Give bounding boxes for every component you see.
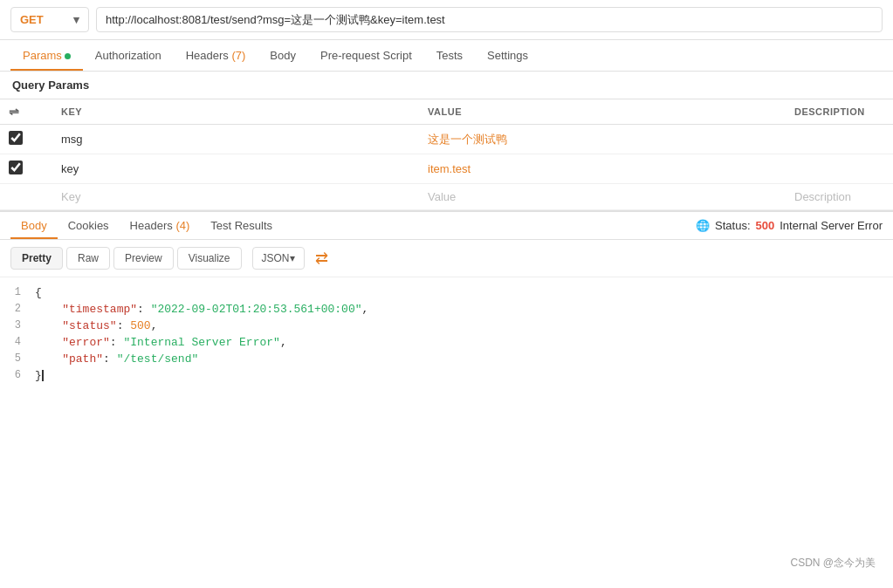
tab-body[interactable]: Body: [258, 40, 308, 71]
col-check-header: ⇌: [0, 99, 52, 125]
filter-icon: ⇌: [9, 105, 20, 119]
url-bar: GET ▾: [0, 0, 893, 40]
line-content-3: "status": 500,: [35, 319, 893, 332]
response-headers-badge: (4): [175, 219, 189, 232]
row1-desc[interactable]: [786, 125, 893, 154]
table-row: key item.test: [0, 154, 893, 184]
chevron-down-icon: ▾: [73, 13, 79, 26]
code-line-4: 4 "error": "Internal Server Error",: [0, 334, 893, 351]
line-num-2: 2: [0, 303, 35, 316]
line-num-5: 5: [0, 352, 35, 366]
row1-check-cell: [0, 125, 52, 154]
empty-key-cell[interactable]: Key: [52, 184, 419, 210]
col-desc-header: DESCRIPTION: [786, 99, 893, 125]
params-dot: [65, 53, 71, 59]
response-tab-cookies[interactable]: Cookies: [58, 212, 120, 239]
line-num-4: 4: [0, 336, 35, 349]
format-btn-pretty[interactable]: Pretty: [10, 247, 63, 270]
format-btn-raw[interactable]: Raw: [66, 247, 110, 270]
format-type-label: JSON: [262, 252, 290, 264]
line-num-6: 6: [0, 369, 35, 382]
tab-params[interactable]: Params: [10, 40, 83, 71]
headers-badge: (7): [231, 49, 245, 62]
empty-desc-cell[interactable]: Description: [786, 184, 893, 210]
response-tab-body[interactable]: Body: [10, 212, 58, 239]
request-tabs: Params Authorization Headers (7) Body Pr…: [0, 40, 893, 72]
empty-check-cell: [0, 184, 52, 210]
line-num-1: 1: [0, 286, 35, 299]
response-tabs: Body Cookies Headers (4) Test Results 🌐 …: [0, 210, 893, 240]
response-tab-headers[interactable]: Headers (4): [120, 212, 201, 239]
row1-key[interactable]: msg: [52, 125, 419, 154]
format-btn-preview[interactable]: Preview: [113, 247, 174, 270]
value-placeholder: Value: [428, 190, 456, 203]
row2-check-cell: [0, 154, 52, 184]
col-key-header: KEY: [52, 99, 419, 125]
wrap-icon[interactable]: ⇄: [315, 249, 328, 268]
table-row: msg 这是一个测试鸭: [0, 125, 893, 154]
response-tab-testresults[interactable]: Test Results: [200, 212, 283, 239]
tab-tests[interactable]: Tests: [424, 40, 475, 71]
method-label: GET: [20, 13, 44, 26]
line-content-4: "error": "Internal Server Error",: [35, 336, 893, 349]
line-content-1: {: [35, 286, 893, 299]
method-selector[interactable]: GET ▾: [10, 7, 89, 32]
tab-prerequest[interactable]: Pre-request Script: [308, 40, 424, 71]
tab-settings[interactable]: Settings: [475, 40, 540, 71]
format-bar: Pretty Raw Preview Visualize JSON ▾ ⇄: [0, 240, 893, 277]
format-type-selector[interactable]: JSON ▾: [252, 247, 305, 270]
row2-checkbox[interactable]: [9, 161, 23, 174]
code-block: 1 { 2 "timestamp": "2022-09-02T01:20:53.…: [0, 277, 893, 391]
line-content-5: "path": "/test/send": [35, 352, 893, 366]
params-table: ⇌ KEY VALUE DESCRIPTION msg 这是一个测试鸭 key …: [0, 99, 893, 210]
url-input[interactable]: [96, 7, 883, 32]
status-code: 500: [756, 219, 775, 232]
empty-value-cell[interactable]: Value: [419, 184, 786, 210]
row2-value[interactable]: item.test: [419, 154, 786, 184]
status-message: Internal Server Error: [780, 219, 883, 232]
desc-placeholder: Description: [794, 190, 851, 203]
table-row-empty: Key Value Description: [0, 184, 893, 210]
code-line-6: 6 }: [0, 367, 893, 384]
row2-key[interactable]: key: [52, 154, 419, 184]
format-chevron-icon: ▾: [290, 252, 295, 264]
response-status: 🌐 Status: 500 Internal Server Error: [696, 219, 883, 232]
globe-icon: 🌐: [696, 219, 710, 232]
line-content-6: }: [35, 369, 893, 382]
row2-desc[interactable]: [786, 154, 893, 184]
tab-authorization[interactable]: Authorization: [83, 40, 174, 71]
line-content-2: "timestamp": "2022-09-02T01:20:53.561+00…: [35, 303, 893, 316]
code-line-3: 3 "status": 500,: [0, 318, 893, 334]
key-placeholder: Key: [61, 190, 80, 203]
code-line-5: 5 "path": "/test/send": [0, 351, 893, 367]
tab-headers[interactable]: Headers (7): [174, 40, 258, 71]
cursor: [42, 370, 44, 381]
row1-value[interactable]: 这是一个测试鸭: [419, 125, 786, 154]
status-label: Status:: [715, 219, 750, 232]
format-btn-visualize[interactable]: Visualize: [177, 247, 242, 270]
line-num-3: 3: [0, 319, 35, 332]
code-line-1: 1 {: [0, 284, 893, 301]
code-line-2: 2 "timestamp": "2022-09-02T01:20:53.561+…: [0, 301, 893, 318]
col-value-header: VALUE: [419, 99, 786, 125]
query-params-label: Query Params: [0, 72, 893, 99]
row1-checkbox[interactable]: [9, 131, 23, 145]
